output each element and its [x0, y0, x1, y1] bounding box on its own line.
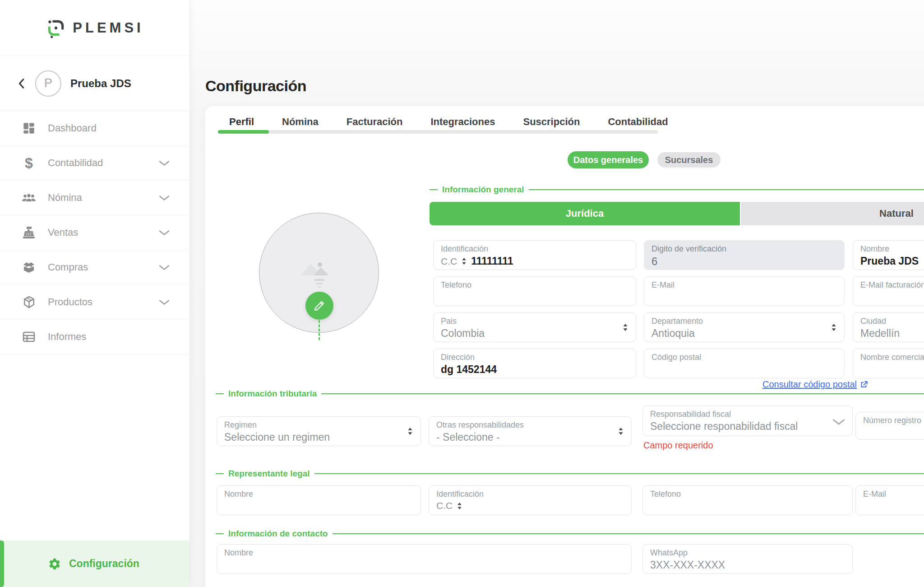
nombre-field[interactable]: Nombre Prueba JDS	[853, 240, 924, 270]
sidebar-item-configuracion[interactable]: Configuración	[0, 540, 189, 587]
plemsi-app: PLEMSI P Prueba JDS Dashboard $ Contabil…	[0, 0, 924, 587]
spinner-icon[interactable]	[457, 502, 462, 510]
digito-verificacion-field: Digito de verificación 6	[644, 240, 845, 270]
sucursales-pill[interactable]: Sucursales	[657, 152, 721, 168]
tab-indicator-active	[218, 130, 269, 134]
sidebar-item-ventas[interactable]: Ventas	[0, 215, 189, 250]
chevron-down-icon	[159, 299, 170, 305]
informacion-tributaria-legend: Información tributaria	[216, 388, 924, 399]
page-title: Configuración	[205, 77, 306, 95]
main-content: Configuración Perfil Nómina Facturación …	[189, 0, 924, 587]
informacion-general-legend: Información general	[430, 184, 924, 195]
company-avatar: P	[35, 70, 61, 97]
email-facturacion-field[interactable]: E-Mail facturación	[853, 276, 924, 306]
gear-icon	[48, 557, 61, 571]
settings-tabs: Perfil Nómina Facturación Integraciones …	[229, 116, 668, 128]
campo-requerido-error: Campo requerido	[643, 440, 713, 451]
whatsapp-field[interactable]: WhatsApp 3XX-XXX-XXXX	[642, 544, 853, 574]
edit-logo-button[interactable]	[305, 292, 333, 320]
tab-suscripcion[interactable]: Suscripción	[523, 116, 580, 128]
tab-nomina[interactable]: Nómina	[282, 116, 319, 128]
spinner-icon	[622, 323, 628, 331]
company-switcher[interactable]: P Prueba JDS	[0, 56, 189, 111]
sidebar-item-informes[interactable]: Informes	[0, 320, 189, 354]
sidebar-item-label: Nómina	[48, 192, 82, 204]
chevron-down-icon	[159, 265, 170, 270]
plemsi-logo-icon	[46, 18, 66, 38]
spinner-icon	[407, 427, 413, 435]
representante-identificacion-field[interactable]: Identificación C.C	[429, 485, 632, 515]
telefono-field[interactable]: Telefono	[433, 276, 636, 306]
juridica-button[interactable]: Jurídica	[430, 202, 740, 225]
open-box-icon	[21, 262, 37, 273]
representante-nombre-field[interactable]: Nombre	[217, 485, 421, 515]
representante-email-field[interactable]: E-Mail	[855, 485, 924, 515]
spinner-icon	[618, 427, 624, 435]
sidebar-item-nomina[interactable]: Nómina	[0, 181, 189, 215]
chevron-down-icon	[159, 160, 170, 166]
chevron-down-icon	[832, 419, 845, 425]
avatar-dashed-line	[319, 320, 320, 340]
dashboard-icon	[21, 122, 37, 135]
chevron-left-icon[interactable]	[18, 78, 24, 89]
email-field[interactable]: E-Mail	[644, 276, 845, 306]
sidebar-item-label: Ventas	[48, 227, 78, 238]
sidebar-item-label: Compras	[48, 261, 88, 273]
representante-legal-legend: Representante legal	[216, 468, 924, 479]
sidebar-nav: Dashboard $ Contabilidad Nómina Ventas	[0, 111, 189, 354]
codigo-postal-field[interactable]: Código postal	[644, 349, 845, 378]
sidebar: PLEMSI P Prueba JDS Dashboard $ Contabil…	[0, 0, 190, 587]
configuracion-label: Configuración	[69, 558, 139, 570]
numero-registro-field[interactable]: Número registro	[855, 412, 924, 440]
ciudad-field[interactable]: Ciudad Medellín	[853, 312, 924, 342]
representante-telefono-field[interactable]: Telefono	[642, 485, 853, 515]
sidebar-item-label: Informes	[48, 331, 87, 343]
spinner-icon	[831, 323, 837, 331]
nombre-comercial-field[interactable]: Nombre comercial	[853, 349, 924, 378]
tab-perfil[interactable]: Perfil	[229, 116, 254, 128]
image-placeholder-icon	[292, 256, 346, 290]
settings-card: Perfil Nómina Facturación Integraciones …	[205, 106, 924, 587]
dollar-icon: $	[21, 156, 37, 170]
sidebar-item-contabilidad[interactable]: $ Contabilidad	[0, 146, 189, 181]
report-table-icon	[21, 331, 37, 342]
spinner-icon[interactable]	[461, 257, 467, 265]
sidebar-item-label: Dashboard	[48, 122, 97, 134]
departamento-select[interactable]: Departamento Antioquia	[644, 312, 845, 342]
pencil-icon	[313, 299, 326, 312]
otras-responsabilidades-select[interactable]: Otras responsabilidades - Seleccione -	[429, 416, 632, 446]
chevron-down-icon	[159, 195, 170, 201]
company-name: Prueba JDS	[70, 77, 131, 90]
contacto-nombre-field[interactable]: Nombre	[217, 544, 632, 574]
cash-register-icon	[21, 227, 37, 239]
brand-name: PLEMSI	[73, 20, 143, 36]
sidebar-item-label: Contabilidad	[48, 157, 103, 169]
tab-facturacion[interactable]: Facturación	[346, 116, 403, 128]
regimen-select[interactable]: Regimen Seleccione un regimen	[217, 416, 421, 446]
pais-select[interactable]: Pais Colombia	[433, 312, 636, 342]
people-icon	[21, 193, 37, 203]
brand-logo: PLEMSI	[0, 0, 189, 56]
external-link-icon	[860, 381, 868, 389]
tab-indicator-track	[218, 130, 658, 134]
sidebar-item-dashboard[interactable]: Dashboard	[0, 111, 189, 146]
responsabilidad-fiscal-select[interactable]: Responsabilidad fiscal Seleccione respon…	[642, 405, 853, 436]
tab-integraciones[interactable]: Integraciones	[430, 116, 495, 128]
sidebar-item-label: Productos	[48, 296, 92, 308]
direccion-field[interactable]: Dirección dg 1452144	[433, 349, 636, 378]
cube-icon	[21, 296, 37, 308]
informacion-contacto-legend: Información de contacto	[216, 528, 924, 539]
datos-generales-pill[interactable]: Datos generales	[568, 151, 649, 168]
natural-button[interactable]: Natural	[741, 202, 924, 225]
tab-contabilidad[interactable]: Contabilidad	[608, 116, 668, 128]
sidebar-item-productos[interactable]: Productos	[0, 285, 189, 320]
chevron-down-icon	[159, 230, 170, 236]
company-initial: P	[44, 76, 52, 90]
sidebar-item-compras[interactable]: Compras	[0, 250, 189, 285]
identificacion-field[interactable]: Identificación C.C 11111111	[433, 240, 636, 270]
